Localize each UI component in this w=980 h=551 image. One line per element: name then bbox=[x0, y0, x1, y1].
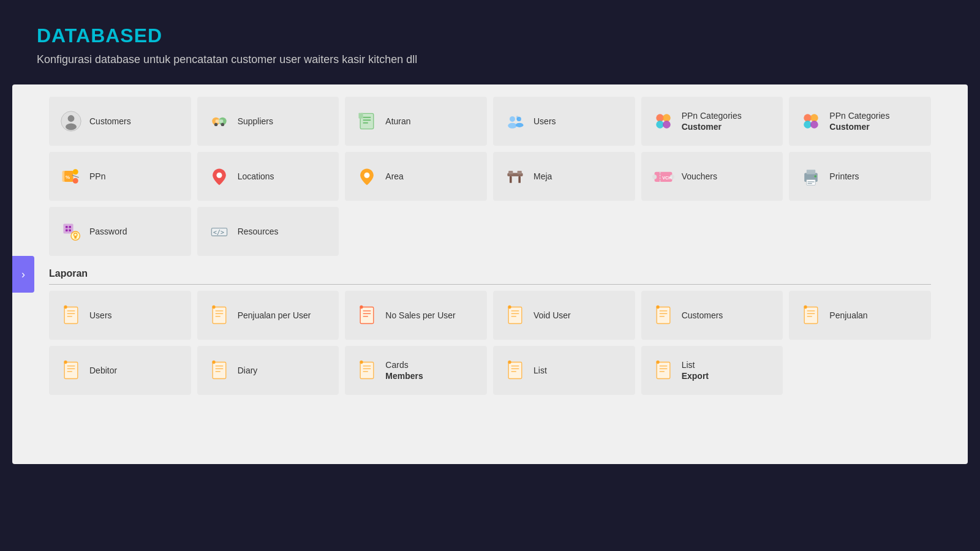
svg-point-23 bbox=[810, 114, 818, 122]
card-resources[interactable]: </> Resources bbox=[197, 207, 339, 256]
svg-rect-105 bbox=[508, 362, 522, 379]
card-meja[interactable]: Meja bbox=[493, 152, 635, 201]
customers-label: Customers bbox=[89, 116, 131, 127]
svg-text:</>: </> bbox=[213, 229, 224, 236]
svg-point-74 bbox=[360, 305, 363, 309]
laporan-section: Laporan bbox=[49, 268, 931, 285]
svg-rect-37 bbox=[508, 171, 513, 174]
svg-point-30 bbox=[73, 178, 78, 184]
nav-arrow-right[interactable]: › bbox=[12, 256, 34, 293]
password-icon bbox=[59, 219, 83, 244]
svg-point-49 bbox=[815, 175, 817, 178]
card-password[interactable]: Password bbox=[49, 207, 191, 256]
card-users[interactable]: Users bbox=[493, 97, 635, 146]
svg-rect-90 bbox=[64, 362, 78, 379]
svg-point-22 bbox=[804, 114, 812, 122]
rpt-void-user-icon bbox=[503, 303, 527, 328]
card-aturan[interactable]: Aturan bbox=[345, 97, 487, 146]
svg-rect-110 bbox=[657, 362, 670, 379]
card-vouchers[interactable]: VCH Vouchers bbox=[641, 152, 783, 201]
resources-icon: </> bbox=[207, 219, 232, 244]
svg-rect-95 bbox=[213, 362, 226, 379]
card-ppn[interactable]: % PPn bbox=[49, 152, 191, 201]
rpt-users-icon bbox=[59, 303, 83, 328]
svg-point-14 bbox=[508, 123, 516, 129]
svg-point-20 bbox=[656, 121, 664, 129]
app-subtitle: Konfigurasi database untuk pencatatan cu… bbox=[37, 53, 943, 66]
database-row-1: Customers Suppliers bbox=[49, 97, 931, 146]
area-icon bbox=[355, 164, 379, 189]
ppncategories-icon bbox=[651, 109, 676, 133]
svg-text:%: % bbox=[66, 174, 70, 180]
card-suppliers[interactable]: Suppliers bbox=[197, 97, 339, 146]
card-rpt-penjualan[interactable]: Penjualan bbox=[789, 291, 931, 340]
suppliers-icon bbox=[207, 109, 232, 133]
card-rpt-diary[interactable]: Diary bbox=[197, 346, 339, 395]
users-icon bbox=[503, 109, 527, 133]
ppncategories-label: PPn CategoriesCustomer bbox=[682, 110, 742, 132]
svg-point-114 bbox=[656, 361, 659, 364]
card-locations[interactable]: Locations bbox=[197, 152, 339, 201]
area-label: Area bbox=[385, 171, 404, 182]
card-rpt-penjualan-user[interactable]: Penjualan per User bbox=[197, 291, 339, 340]
rpt-customers-label: Customers bbox=[682, 310, 723, 321]
card-rpt-no-sales[interactable]: No Sales per User bbox=[345, 291, 487, 340]
svg-point-21 bbox=[663, 121, 671, 129]
svg-rect-85 bbox=[805, 307, 818, 324]
svg-rect-46 bbox=[807, 179, 815, 185]
svg-point-24 bbox=[804, 121, 812, 129]
ppncategories2-label: PPn CategoriesCustomer bbox=[829, 110, 889, 132]
rpt-penjualan-icon bbox=[799, 303, 823, 328]
ppn-label: PPn bbox=[89, 171, 105, 182]
card-area[interactable]: Area bbox=[345, 152, 487, 201]
svg-text:VCH: VCH bbox=[662, 175, 671, 181]
card-rpt-debitor[interactable]: Debitor bbox=[49, 346, 191, 395]
card-printers[interactable]: Printers bbox=[789, 152, 931, 201]
svg-rect-60 bbox=[64, 307, 78, 324]
card-rpt-cards[interactable]: CardsMembers bbox=[345, 346, 487, 395]
customer-icon bbox=[59, 109, 83, 133]
svg-point-32 bbox=[216, 173, 222, 178]
card-rpt-list[interactable]: List bbox=[493, 346, 635, 395]
svg-rect-52 bbox=[69, 226, 71, 228]
card-ppncategories[interactable]: PPn CategoriesCustomer bbox=[641, 97, 783, 146]
chevron-right-icon: › bbox=[21, 268, 25, 281]
rpt-void-user-label: Void User bbox=[533, 310, 571, 321]
main-content: › Customers bbox=[12, 84, 968, 464]
card-rpt-list-export[interactable]: ListExport bbox=[641, 346, 783, 395]
svg-rect-38 bbox=[518, 171, 522, 174]
meja-icon bbox=[503, 164, 527, 189]
rpt-cards-label: CardsMembers bbox=[385, 359, 423, 381]
svg-point-40 bbox=[652, 174, 657, 179]
rpt-list-export-label: ListExport bbox=[682, 359, 709, 381]
svg-point-18 bbox=[656, 114, 664, 122]
svg-rect-54 bbox=[69, 229, 71, 231]
card-rpt-users[interactable]: Users bbox=[49, 291, 191, 340]
svg-rect-80 bbox=[657, 307, 670, 324]
svg-point-19 bbox=[663, 114, 671, 122]
card-customers[interactable]: Customers bbox=[49, 97, 191, 146]
resources-label: Resources bbox=[238, 226, 279, 237]
empty-1 bbox=[345, 207, 487, 256]
laporan-title: Laporan bbox=[49, 268, 931, 279]
svg-rect-57 bbox=[74, 236, 77, 239]
card-ppncategories2[interactable]: PPn CategoriesCustomer bbox=[789, 97, 931, 146]
laporan-row-1: Users Penjualan per User bbox=[49, 291, 931, 340]
card-rpt-customers[interactable]: Customers bbox=[641, 291, 783, 340]
card-rpt-void-user[interactable]: Void User bbox=[493, 291, 635, 340]
rpt-cards-icon bbox=[355, 358, 379, 383]
svg-point-2 bbox=[66, 124, 77, 130]
empty-4 bbox=[789, 207, 931, 256]
rpt-penjualan-user-label: Penjualan per User bbox=[238, 310, 311, 321]
rpt-no-sales-label: No Sales per User bbox=[385, 310, 455, 321]
header: DATABASED Konfigurasi database untuk pen… bbox=[0, 0, 980, 84]
empty-laporan bbox=[789, 346, 931, 395]
svg-rect-51 bbox=[66, 226, 68, 228]
svg-point-94 bbox=[64, 361, 67, 364]
printers-label: Printers bbox=[829, 171, 859, 182]
svg-rect-5 bbox=[215, 119, 223, 122]
ppn-icon: % bbox=[59, 164, 83, 189]
database-row-2: % PPn Locations bbox=[49, 152, 931, 201]
svg-rect-65 bbox=[213, 307, 226, 324]
svg-point-6 bbox=[214, 123, 217, 126]
